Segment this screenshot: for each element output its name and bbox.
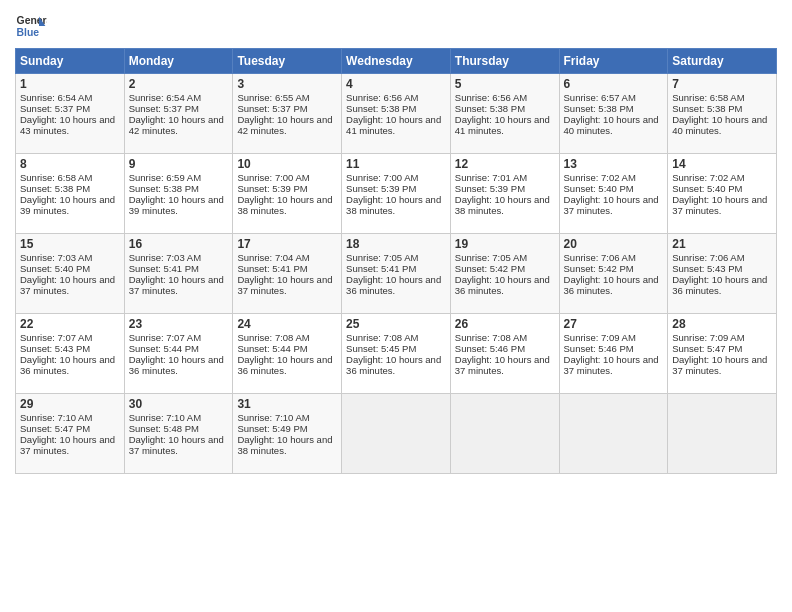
- daylight: Daylight: 10 hours and 39 minutes.: [20, 194, 115, 216]
- daylight: Daylight: 10 hours and 36 minutes.: [455, 274, 550, 296]
- daylight: Daylight: 10 hours and 38 minutes.: [237, 434, 332, 456]
- sunset: Sunset: 5:38 PM: [346, 103, 416, 114]
- calendar-cell: 9Sunrise: 6:59 AMSunset: 5:38 PMDaylight…: [124, 154, 233, 234]
- header: General Blue: [15, 10, 777, 42]
- calendar-cell: 11Sunrise: 7:00 AMSunset: 5:39 PMDayligh…: [342, 154, 451, 234]
- calendar-cell: 13Sunrise: 7:02 AMSunset: 5:40 PMDayligh…: [559, 154, 668, 234]
- sunrise: Sunrise: 6:55 AM: [237, 92, 309, 103]
- sunset: Sunset: 5:41 PM: [129, 263, 199, 274]
- sunset: Sunset: 5:37 PM: [129, 103, 199, 114]
- sunset: Sunset: 5:43 PM: [20, 343, 90, 354]
- daylight: Daylight: 10 hours and 41 minutes.: [346, 114, 441, 136]
- day-number: 1: [20, 77, 120, 91]
- sunrise: Sunrise: 7:08 AM: [455, 332, 527, 343]
- sunset: Sunset: 5:42 PM: [564, 263, 634, 274]
- week-row-4: 22Sunrise: 7:07 AMSunset: 5:43 PMDayligh…: [16, 314, 777, 394]
- day-number: 7: [672, 77, 772, 91]
- daylight: Daylight: 10 hours and 36 minutes.: [20, 354, 115, 376]
- daylight: Daylight: 10 hours and 37 minutes.: [672, 354, 767, 376]
- sunrise: Sunrise: 6:59 AM: [129, 172, 201, 183]
- calendar-cell: 17Sunrise: 7:04 AMSunset: 5:41 PMDayligh…: [233, 234, 342, 314]
- sunrise: Sunrise: 6:58 AM: [672, 92, 744, 103]
- day-number: 4: [346, 77, 446, 91]
- day-number: 17: [237, 237, 337, 251]
- sunrise: Sunrise: 6:57 AM: [564, 92, 636, 103]
- sunset: Sunset: 5:37 PM: [237, 103, 307, 114]
- sunset: Sunset: 5:41 PM: [237, 263, 307, 274]
- day-number: 22: [20, 317, 120, 331]
- sunrise: Sunrise: 7:00 AM: [237, 172, 309, 183]
- daylight: Daylight: 10 hours and 37 minutes.: [672, 194, 767, 216]
- calendar-cell: 30Sunrise: 7:10 AMSunset: 5:48 PMDayligh…: [124, 394, 233, 474]
- daylight: Daylight: 10 hours and 38 minutes.: [346, 194, 441, 216]
- calendar-cell: 29Sunrise: 7:10 AMSunset: 5:47 PMDayligh…: [16, 394, 125, 474]
- sunrise: Sunrise: 7:08 AM: [346, 332, 418, 343]
- sunset: Sunset: 5:40 PM: [564, 183, 634, 194]
- day-number: 13: [564, 157, 664, 171]
- sunset: Sunset: 5:40 PM: [20, 263, 90, 274]
- col-header-saturday: Saturday: [668, 49, 777, 74]
- col-header-tuesday: Tuesday: [233, 49, 342, 74]
- daylight: Daylight: 10 hours and 41 minutes.: [455, 114, 550, 136]
- logo-icon: General Blue: [15, 10, 47, 42]
- day-number: 14: [672, 157, 772, 171]
- week-row-5: 29Sunrise: 7:10 AMSunset: 5:47 PMDayligh…: [16, 394, 777, 474]
- calendar-cell: 4Sunrise: 6:56 AMSunset: 5:38 PMDaylight…: [342, 74, 451, 154]
- sunrise: Sunrise: 7:03 AM: [20, 252, 92, 263]
- col-header-sunday: Sunday: [16, 49, 125, 74]
- day-number: 15: [20, 237, 120, 251]
- sunset: Sunset: 5:42 PM: [455, 263, 525, 274]
- daylight: Daylight: 10 hours and 37 minutes.: [455, 354, 550, 376]
- sunrise: Sunrise: 7:00 AM: [346, 172, 418, 183]
- sunset: Sunset: 5:46 PM: [455, 343, 525, 354]
- day-number: 19: [455, 237, 555, 251]
- sunset: Sunset: 5:45 PM: [346, 343, 416, 354]
- sunset: Sunset: 5:49 PM: [237, 423, 307, 434]
- calendar-cell: 7Sunrise: 6:58 AMSunset: 5:38 PMDaylight…: [668, 74, 777, 154]
- daylight: Daylight: 10 hours and 43 minutes.: [20, 114, 115, 136]
- calendar-cell: 24Sunrise: 7:08 AMSunset: 5:44 PMDayligh…: [233, 314, 342, 394]
- col-header-wednesday: Wednesday: [342, 49, 451, 74]
- sunrise: Sunrise: 6:54 AM: [20, 92, 92, 103]
- day-number: 23: [129, 317, 229, 331]
- day-number: 31: [237, 397, 337, 411]
- calendar-cell: 23Sunrise: 7:07 AMSunset: 5:44 PMDayligh…: [124, 314, 233, 394]
- daylight: Daylight: 10 hours and 37 minutes.: [564, 194, 659, 216]
- sunset: Sunset: 5:39 PM: [346, 183, 416, 194]
- day-number: 29: [20, 397, 120, 411]
- sunset: Sunset: 5:47 PM: [20, 423, 90, 434]
- svg-text:Blue: Blue: [17, 27, 40, 38]
- week-row-1: 1Sunrise: 6:54 AMSunset: 5:37 PMDaylight…: [16, 74, 777, 154]
- calendar-cell: 2Sunrise: 6:54 AMSunset: 5:37 PMDaylight…: [124, 74, 233, 154]
- calendar-cell: 8Sunrise: 6:58 AMSunset: 5:38 PMDaylight…: [16, 154, 125, 234]
- day-number: 11: [346, 157, 446, 171]
- day-number: 30: [129, 397, 229, 411]
- sunrise: Sunrise: 7:04 AM: [237, 252, 309, 263]
- daylight: Daylight: 10 hours and 37 minutes.: [129, 434, 224, 456]
- sunrise: Sunrise: 6:56 AM: [346, 92, 418, 103]
- sunset: Sunset: 5:38 PM: [20, 183, 90, 194]
- sunrise: Sunrise: 7:07 AM: [20, 332, 92, 343]
- day-number: 12: [455, 157, 555, 171]
- week-row-2: 8Sunrise: 6:58 AMSunset: 5:38 PMDaylight…: [16, 154, 777, 234]
- calendar-cell: 25Sunrise: 7:08 AMSunset: 5:45 PMDayligh…: [342, 314, 451, 394]
- day-number: 2: [129, 77, 229, 91]
- sunset: Sunset: 5:48 PM: [129, 423, 199, 434]
- sunrise: Sunrise: 7:10 AM: [237, 412, 309, 423]
- sunrise: Sunrise: 7:01 AM: [455, 172, 527, 183]
- calendar-cell: 10Sunrise: 7:00 AMSunset: 5:39 PMDayligh…: [233, 154, 342, 234]
- daylight: Daylight: 10 hours and 36 minutes.: [672, 274, 767, 296]
- daylight: Daylight: 10 hours and 40 minutes.: [672, 114, 767, 136]
- calendar-cell: 15Sunrise: 7:03 AMSunset: 5:40 PMDayligh…: [16, 234, 125, 314]
- day-number: 27: [564, 317, 664, 331]
- day-number: 28: [672, 317, 772, 331]
- day-number: 24: [237, 317, 337, 331]
- calendar-cell: [450, 394, 559, 474]
- sunrise: Sunrise: 7:06 AM: [564, 252, 636, 263]
- sunrise: Sunrise: 7:10 AM: [129, 412, 201, 423]
- calendar-cell: 1Sunrise: 6:54 AMSunset: 5:37 PMDaylight…: [16, 74, 125, 154]
- week-row-3: 15Sunrise: 7:03 AMSunset: 5:40 PMDayligh…: [16, 234, 777, 314]
- sunrise: Sunrise: 7:07 AM: [129, 332, 201, 343]
- daylight: Daylight: 10 hours and 36 minutes.: [346, 354, 441, 376]
- sunset: Sunset: 5:44 PM: [237, 343, 307, 354]
